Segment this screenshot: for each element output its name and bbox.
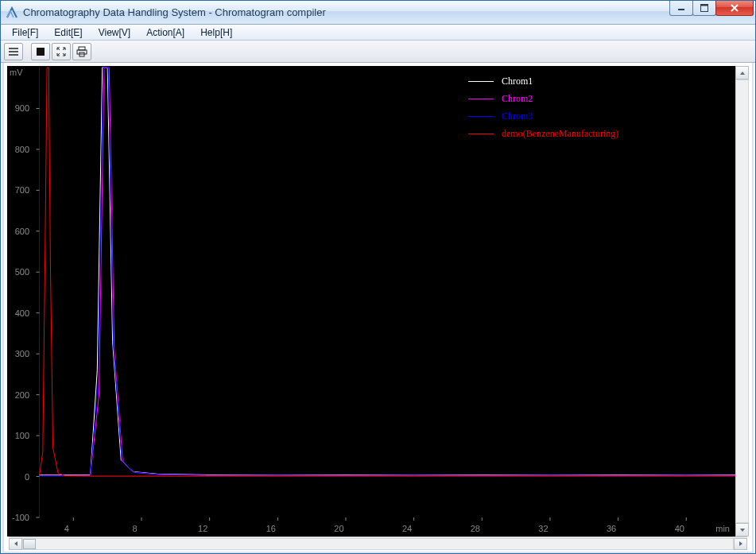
y-tick-label: 100 (15, 431, 29, 440)
legend-swatch (468, 99, 494, 99)
x-tick-label: 12 (198, 524, 207, 533)
legend-label: Chrom1 (502, 76, 533, 87)
x-tick-label: 28 (471, 524, 480, 533)
x-tick-label: 40 (675, 524, 684, 533)
legend-swatch (468, 116, 494, 117)
scroll-left-arrow-icon[interactable] (9, 538, 22, 550)
chart-canvas (7, 66, 749, 537)
y-tick-label: 500 (15, 267, 29, 277)
y-tick-label: 800 (15, 145, 29, 154)
scroll-down-arrow-icon[interactable] (735, 523, 749, 537)
close-button[interactable] (715, 0, 754, 16)
legend-swatch (468, 134, 494, 134)
toolbar-lines-button[interactable] (4, 43, 23, 60)
toolbar (1, 41, 755, 63)
toolbar-expand-button[interactable] (52, 43, 71, 60)
svg-rect-3 (37, 48, 45, 56)
window-title: Chromatography Data Handling System - Ch… (23, 6, 326, 18)
y-tick-label: 600 (15, 227, 29, 236)
minimize-button[interactable] (669, 0, 693, 16)
x-tick-label: 36 (607, 524, 616, 533)
x-tick-label: 20 (334, 524, 343, 533)
chromatogram-plot[interactable]: mV min Chrom1Chrom2Chrom3demo(BenzeneMan… (7, 66, 749, 537)
svg-rect-2 (701, 4, 708, 6)
legend-item: Chrom3 (468, 107, 618, 125)
legend-label: Chrom2 (502, 93, 533, 105)
menu-view[interactable]: View[V] (91, 25, 138, 40)
maximize-button[interactable] (692, 0, 716, 16)
menu-help[interactable]: Help[H] (192, 25, 240, 40)
hscroll-thumb[interactable] (23, 539, 36, 549)
legend-item: Chrom2 (468, 90, 618, 107)
menu-bar: File[F] Edit[E] View[V] Action[A] Help[H… (1, 25, 755, 41)
menu-edit[interactable]: Edit[E] (46, 25, 90, 40)
toolbar-print-button[interactable] (72, 43, 91, 60)
svg-rect-0 (678, 9, 684, 10)
x-tick-label: 16 (266, 524, 276, 533)
hscroll-track[interactable] (22, 538, 734, 550)
scroll-right-arrow-icon[interactable] (734, 538, 747, 550)
chart-legend: Chrom1Chrom2Chrom3demo(BenzeneManufactur… (468, 72, 618, 142)
y-tick-label: 200 (15, 390, 29, 400)
vscroll-track[interactable] (735, 79, 749, 523)
menu-file[interactable]: File[F] (4, 25, 46, 40)
y-tick-label: 900 (15, 103, 29, 113)
plot-container: mV min Chrom1Chrom2Chrom3demo(BenzeneMan… (2, 63, 754, 553)
legend-item: Chrom1 (468, 72, 618, 90)
y-tick-label: 0 (25, 472, 29, 482)
menu-action[interactable]: Action[A] (138, 25, 192, 40)
legend-label: Chrom3 (502, 110, 533, 122)
legend-label: demo(BenzeneManufacturing) (502, 128, 618, 140)
x-tick-label: 32 (538, 524, 548, 533)
legend-swatch (468, 81, 494, 82)
y-tick-label: 400 (15, 308, 29, 318)
x-axis-label: min (715, 524, 730, 533)
x-tick-label: 8 (132, 524, 137, 533)
horizontal-scrollbar[interactable] (9, 537, 747, 550)
window-titlebar: Chromatography Data Handling System - Ch… (1, 1, 755, 25)
y-tick-label: 700 (15, 185, 29, 195)
y-axis-label: mV (10, 68, 23, 77)
y-tick-label: 300 (15, 349, 29, 358)
toolbar-stop-button[interactable] (31, 43, 50, 60)
x-tick-label: 24 (402, 524, 412, 533)
y-tick-label: -100 (12, 513, 29, 522)
svg-rect-4 (79, 47, 85, 50)
app-icon (6, 6, 18, 19)
x-tick-label: 4 (64, 524, 69, 533)
legend-item: demo(BenzeneManufacturing) (468, 125, 618, 142)
vertical-scrollbar[interactable] (735, 66, 749, 537)
scroll-up-arrow-icon[interactable] (735, 66, 749, 79)
